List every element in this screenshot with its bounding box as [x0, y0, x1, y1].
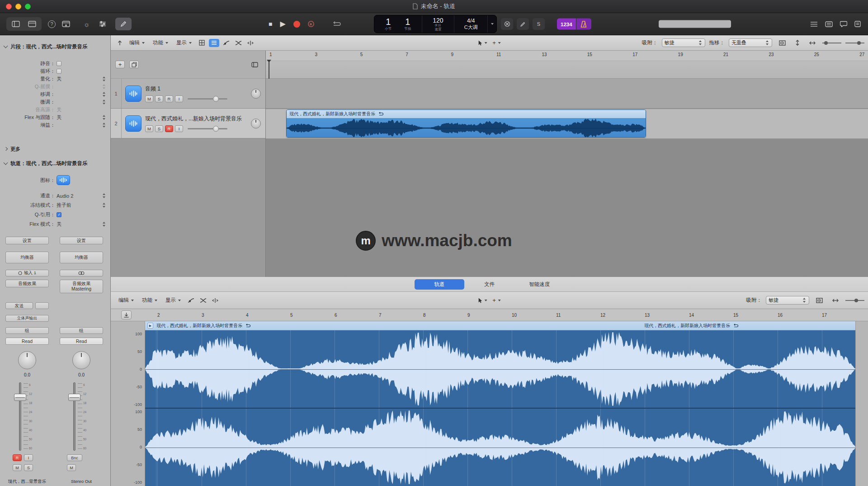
- stepper-icon[interactable]: [102, 122, 106, 128]
- replace-mode-button[interactable]: [517, 18, 529, 30]
- lcd-tempo[interactable]: 120 保持 速度: [422, 15, 455, 33]
- library-toggle-icon[interactable]: [12, 21, 20, 27]
- volume-slider-knob[interactable]: [213, 96, 219, 102]
- volume-readout[interactable]: 0.0: [5, 372, 49, 377]
- waveform-lane-right[interactable]: [145, 408, 855, 486]
- mute-checkbox[interactable]: [57, 61, 61, 66]
- smart-controls-icon[interactable]: [99, 21, 106, 27]
- audio-fx-button[interactable]: 音频效果 Mastering: [60, 280, 103, 293]
- solo-button[interactable]: S: [24, 464, 33, 471]
- pan-knob[interactable]: [251, 89, 261, 99]
- track-header-config-icon[interactable]: [251, 62, 258, 67]
- track-row-audio1[interactable]: 1 音频 1 M S R I: [111, 79, 265, 109]
- functions-menu[interactable]: 功能: [142, 297, 157, 304]
- stepper-icon[interactable]: [102, 202, 106, 208]
- output-button[interactable]: 立体声输出: [5, 315, 49, 322]
- volume-readout[interactable]: 0.0: [60, 372, 103, 377]
- toolbar-toggle-icon[interactable]: [62, 21, 70, 27]
- region-title-bar[interactable]: 现代，西式婚礼，新郎新娘入场时背景音乐: [287, 110, 646, 118]
- flex-tool-icon[interactable]: [247, 40, 254, 46]
- horizontal-zoom-slider[interactable]: [845, 41, 864, 45]
- solo-button[interactable]: S: [155, 125, 163, 132]
- crossfade-tool-icon[interactable]: [200, 298, 207, 303]
- lcd-time-signature[interactable]: 4/4: [467, 18, 475, 24]
- record-enable-button[interactable]: R: [165, 125, 173, 132]
- quantize-value[interactable]: 关: [55, 76, 102, 82]
- vertical-zoom-slider[interactable]: [822, 41, 841, 45]
- stepper-icon[interactable]: [102, 91, 106, 97]
- secondary-tool-menu[interactable]: [492, 297, 501, 303]
- mute-button[interactable]: M: [13, 464, 22, 471]
- notes-icon[interactable]: [854, 21, 861, 27]
- region-inspector-header[interactable]: 片段：现代，西式...场时背景音乐: [0, 42, 110, 52]
- solo-mode-button[interactable]: S: [533, 18, 545, 30]
- tab-tracks[interactable]: 轨道: [415, 279, 465, 290]
- playhead[interactable]: [269, 60, 269, 79]
- record-button[interactable]: [293, 21, 300, 28]
- crossfade-tool-icon[interactable]: [235, 40, 242, 46]
- view-menu[interactable]: 显示: [165, 297, 181, 304]
- track-name[interactable]: 音频 1: [145, 85, 248, 93]
- play-button[interactable]: ▶: [280, 20, 285, 28]
- setting-button[interactable]: 设置: [5, 237, 49, 244]
- q-reference-checkbox[interactable]: [57, 212, 61, 217]
- snap-dropdown[interactable]: 敏捷: [766, 296, 809, 305]
- track-lane-1[interactable]: [266, 79, 868, 109]
- freeze-value[interactable]: 推子前: [55, 202, 102, 209]
- close-window-button[interactable]: [6, 4, 12, 10]
- fader-cap[interactable]: [14, 394, 26, 401]
- editor-bar-ruler[interactable]: 234567891011121314151617: [111, 309, 868, 321]
- solo-button[interactable]: S: [155, 95, 163, 102]
- track-inspector-header[interactable]: 轨道：现代，西式...场时背景音乐: [0, 158, 110, 168]
- duplicate-track-button[interactable]: [129, 61, 139, 68]
- flex-tool-icon[interactable]: [212, 298, 218, 303]
- eq-button[interactable]: 均衡器: [5, 252, 49, 263]
- automation-tool-icon[interactable]: [188, 298, 194, 303]
- lcd-display-options-chevron[interactable]: [488, 15, 496, 33]
- chat-icon[interactable]: [840, 21, 847, 27]
- editor-scrollbar-column[interactable]: [855, 330, 868, 486]
- editors-panel-icon[interactable]: [825, 21, 833, 27]
- cycle-button[interactable]: [332, 21, 341, 27]
- automation-mode-button[interactable]: Read: [5, 338, 49, 345]
- lcd-position[interactable]: 1 小节 1 节拍: [374, 15, 422, 33]
- record-enable-button[interactable]: R: [13, 454, 22, 461]
- volume-slider[interactable]: [188, 95, 227, 102]
- pan-knob[interactable]: [251, 119, 261, 129]
- bounce-button[interactable]: Bnc: [67, 454, 82, 461]
- sends-button[interactable]: 发送: [5, 302, 33, 309]
- setting-button[interactable]: 设置: [60, 237, 103, 244]
- input-button[interactable]: 输入 1: [5, 270, 49, 276]
- horizontal-zoom-icon[interactable]: [832, 298, 839, 303]
- metronome-button[interactable]: [576, 19, 591, 30]
- pointer-tool-menu[interactable]: [478, 40, 487, 46]
- group-button[interactable]: 组: [60, 327, 103, 334]
- lcd-bar-value[interactable]: 1: [386, 17, 391, 27]
- low-latency-button[interactable]: [501, 18, 513, 30]
- lcd-tempo-value[interactable]: 120: [433, 17, 443, 24]
- input-monitor-button[interactable]: I: [175, 95, 183, 102]
- list-view-button[interactable]: [209, 39, 219, 47]
- stepper-icon[interactable]: [102, 221, 106, 227]
- volume-slider-knob[interactable]: [213, 126, 219, 132]
- inspector-toggle-icon[interactable]: [28, 21, 36, 27]
- input-monitor-button[interactable]: I: [175, 125, 183, 132]
- track-name[interactable]: 现代，西式婚礼，...新娘入场时背景音乐: [145, 115, 248, 123]
- send-slot[interactable]: [35, 302, 49, 309]
- automation-mode-button[interactable]: Read: [60, 338, 103, 345]
- catch-playhead-button[interactable]: [121, 310, 132, 319]
- view-list-icon[interactable]: [810, 21, 818, 27]
- flex-follow-value[interactable]: 关: [55, 114, 102, 121]
- stepper-icon[interactable]: [102, 99, 106, 105]
- tab-file[interactable]: 文件: [464, 279, 514, 290]
- record-enable-button[interactable]: R: [165, 95, 173, 102]
- bar-ruler[interactable]: 13579111315171921232527: [266, 51, 868, 79]
- mute-button[interactable]: M: [145, 125, 153, 132]
- track-lane-2[interactable]: 现代，西式婚礼，新郎新娘入场时背景音乐: [266, 109, 868, 139]
- edit-menu[interactable]: 编辑: [129, 39, 145, 46]
- track-icon-button[interactable]: [57, 175, 70, 185]
- secondary-tool-menu[interactable]: [492, 40, 501, 46]
- waveform-zoom-icon[interactable]: [779, 40, 786, 46]
- vertical-zoom-icon[interactable]: [795, 40, 800, 46]
- add-track-button[interactable]: [115, 61, 125, 68]
